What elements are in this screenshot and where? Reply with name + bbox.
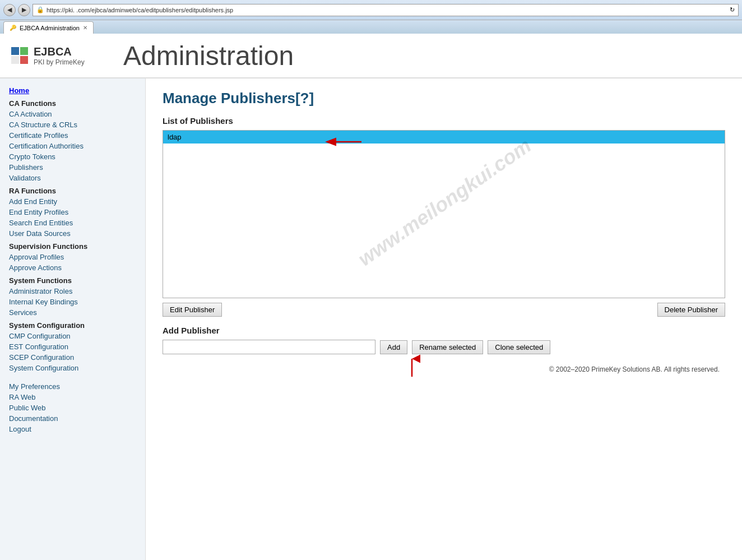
sidebar-item-cmp-configuration[interactable]: CMP Configuration — [0, 331, 145, 341]
sidebar-item-certification-authorities[interactable]: Certification Authorities — [0, 141, 145, 151]
logo-sq-gray — [11, 56, 19, 64]
clone-selected-button[interactable]: Clone selected — [488, 340, 550, 354]
sidebar-home[interactable]: Home — [0, 84, 145, 96]
sidebar-item-search-end-entities[interactable]: Search End Entities — [0, 217, 145, 228]
add-publisher-button[interactable]: Add — [380, 340, 407, 354]
sidebar-item-my-preferences[interactable]: My Preferences — [0, 381, 145, 392]
add-publisher-row: Add Rename selected Clone selected — [163, 340, 725, 354]
sidebar-item-user-data-sources[interactable]: User Data Sources — [0, 228, 145, 239]
logo-text: EJBCA PKI by PrimeKey — [34, 45, 85, 66]
sidebar-section-system-config: System Configuration — [0, 318, 145, 331]
delete-publisher-button[interactable]: Delete Publisher — [657, 303, 725, 317]
footer-copyright: © 2002–2020 PrimeKey Solutions AB. All r… — [549, 365, 720, 373]
footer-text: © 2002–2020 PrimeKey Solutions AB. All r… — [163, 365, 725, 373]
sidebar-item-approve-actions[interactable]: Approve Actions — [0, 262, 145, 273]
sidebar-item-ca-activation[interactable]: CA Activation — [0, 109, 145, 119]
url-text: https://pki. .com/ejbca/adminweb/ca/edit… — [47, 7, 233, 13]
sidebar-section-ca-functions: CA Functions — [0, 96, 145, 109]
body-layout: Home CA Functions CA Activation CA Struc… — [0, 78, 742, 560]
sidebar-item-public-web[interactable]: Public Web — [0, 402, 145, 413]
sidebar-item-ca-structure[interactable]: CA Structure & CRLs — [0, 119, 145, 130]
sidebar-item-services[interactable]: Services — [0, 307, 145, 318]
list-section-heading: List of Publishers — [163, 116, 725, 126]
sidebar-item-add-end-entity[interactable]: Add End Entity — [0, 196, 145, 207]
active-tab[interactable]: 🔑 EJBCA Administration ✕ — [3, 21, 94, 34]
forward-button[interactable]: ▶ — [18, 4, 30, 16]
logo-sq-green — [20, 47, 28, 55]
sidebar-item-end-entity-profiles[interactable]: End Entity Profiles — [0, 207, 145, 217]
sidebar: Home CA Functions CA Activation CA Struc… — [0, 78, 146, 560]
page-heading: Manage Publishers[?] — [163, 90, 725, 107]
action-row: Edit Publisher Delete Publisher — [163, 303, 725, 317]
sidebar-item-crypto-tokens[interactable]: Crypto Tokens — [0, 151, 145, 162]
publisher-item-label: ldap — [168, 133, 182, 141]
rename-selected-button[interactable]: Rename selected — [412, 340, 483, 354]
sidebar-section-system-functions: System Functions — [0, 273, 145, 286]
publisher-list-container: ldap — [163, 130, 725, 298]
sidebar-item-administrator-roles[interactable]: Administrator Roles — [0, 286, 145, 297]
logo-sq-blue — [11, 47, 19, 55]
logo-icon — [11, 47, 28, 64]
sidebar-item-certificate-profiles[interactable]: Certificate Profiles — [0, 130, 145, 141]
sidebar-item-system-configuration[interactable]: System Configuration — [0, 363, 145, 373]
page-wrapper: EJBCA PKI by PrimeKey Administration Hom… — [0, 34, 742, 560]
publisher-list-box[interactable]: ldap — [163, 130, 725, 298]
logo-subtitle: PKI by PrimeKey — [34, 58, 85, 66]
logo-sq-red — [20, 56, 28, 64]
sidebar-item-validators[interactable]: Validators — [0, 173, 145, 183]
publisher-name-input[interactable] — [163, 340, 375, 354]
tab-bar: 🔑 EJBCA Administration ✕ — [0, 20, 742, 34]
header: EJBCA PKI by PrimeKey Administration — [0, 34, 742, 78]
logo-area: EJBCA PKI by PrimeKey — [11, 45, 123, 66]
address-bar[interactable]: 🔒 https://pki. .com/ejbca/adminweb/ca/ed… — [33, 4, 739, 16]
sidebar-section-supervision: Supervision Functions — [0, 239, 145, 252]
page-title-area: Administration — [123, 40, 731, 71]
page-title: Administration — [123, 40, 731, 71]
back-button[interactable]: ◀ — [3, 4, 16, 16]
lock-icon: 🔒 — [36, 6, 44, 13]
add-section-heading: Add Publisher — [163, 326, 725, 335]
sidebar-item-logout[interactable]: Logout — [0, 424, 145, 434]
sidebar-item-internal-key-bindings[interactable]: Internal Key Bindings — [0, 297, 145, 307]
home-link[interactable]: Home — [9, 86, 29, 95]
sidebar-item-est-configuration[interactable]: EST Configuration — [0, 341, 145, 352]
refresh-icon: ↻ — [730, 6, 735, 13]
sidebar-item-scep-configuration[interactable]: SCEP Configuration — [0, 352, 145, 363]
tab-close-button[interactable]: ✕ — [83, 25, 87, 31]
tab-label: EJBCA Administration — [20, 25, 80, 31]
sidebar-section-ra-functions: RA Functions — [0, 183, 145, 196]
tab-favicon: 🔑 — [10, 25, 16, 31]
edit-publisher-button[interactable]: Edit Publisher — [163, 303, 222, 317]
main-content: www.meilongkui.com Manage Publishers[?] … — [146, 78, 742, 560]
sidebar-item-approval-profiles[interactable]: Approval Profiles — [0, 252, 145, 262]
sidebar-item-ra-web[interactable]: RA Web — [0, 392, 145, 402]
add-publisher-section: Add Publisher Add Rename selected Clone … — [163, 326, 725, 354]
sidebar-item-documentation[interactable]: Documentation — [0, 413, 145, 424]
publisher-list-item-ldap[interactable]: ldap — [163, 131, 725, 144]
logo-name: EJBCA — [34, 45, 85, 58]
browser-chrome: ◀ ▶ 🔒 https://pki. .com/ejbca/adminweb/c… — [0, 0, 742, 20]
sidebar-item-publishers[interactable]: Publishers — [0, 162, 145, 173]
